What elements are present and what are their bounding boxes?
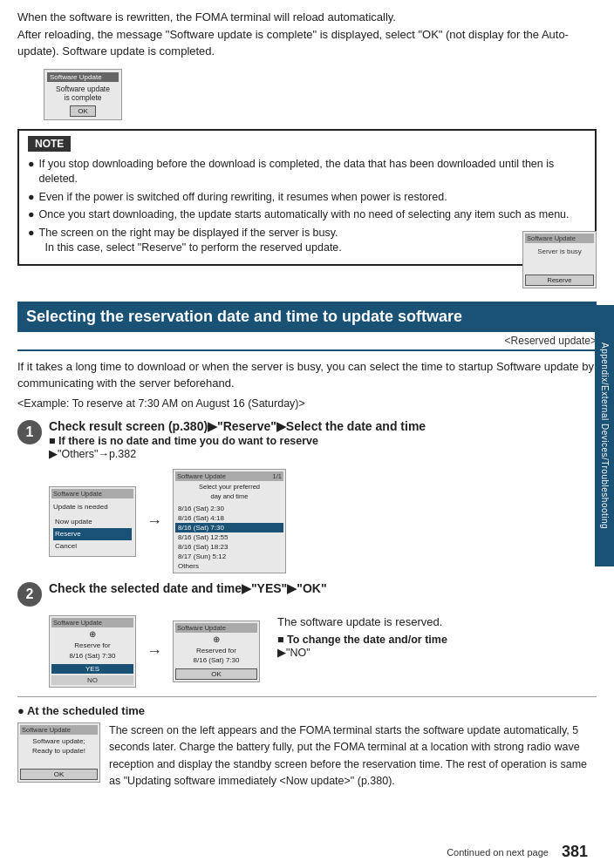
scheduled-section: ● At the scheduled time Software Update … xyxy=(17,696,597,790)
reserve-confirm-title: Software Update xyxy=(51,618,133,627)
server-busy-body: Server is busy xyxy=(525,246,594,257)
step-1-circle: 1 xyxy=(17,420,42,444)
yes-no-btns: YES NO xyxy=(51,664,133,685)
menu-reserve[interactable]: Reserve xyxy=(53,528,132,540)
menu-cancel[interactable]: Cancel xyxy=(53,540,132,553)
top-para2: After reloading, the message "Software u… xyxy=(17,26,597,60)
section-heading: Selecting the reservation date and time … xyxy=(17,302,597,332)
note-text-2: Even if the power is switched off during… xyxy=(39,190,447,206)
date-select-box: Software Update 1/1 Select your preferre… xyxy=(173,469,286,573)
date-option-2[interactable]: 8/16 (Sat) 7:30 xyxy=(175,523,283,532)
step-1-title: Check result screen (p.380)▶"Reserve"▶Se… xyxy=(49,418,597,436)
wifi-icon-reserved: ⊕ xyxy=(175,634,257,644)
date-option-1[interactable]: 8/16 (Sat) 4:18 xyxy=(175,513,283,523)
note-item-2: ● Even if the power is switched off duri… xyxy=(28,190,586,206)
server-busy-title: Software Update xyxy=(525,234,594,243)
update-needed-box: Software Update Update is needed Now upd… xyxy=(49,486,136,557)
update-menu: Now update Reserve Cancel xyxy=(53,516,132,553)
sw-ready-title: Software Update xyxy=(20,725,98,735)
update-is-needed-text: Update is needed xyxy=(53,502,132,512)
step-1-content: Check result screen (p.380)▶"Reserve"▶Se… xyxy=(49,418,597,461)
note-text-4: The screen on the right may be displayed… xyxy=(39,226,342,256)
no-btn[interactable]: NO xyxy=(51,675,133,685)
step-2-circle: 2 xyxy=(17,582,42,607)
step-2-title: Check the selected date and time▶"YES"▶"… xyxy=(49,580,597,598)
date-option-0[interactable]: 8/16 (Sat) 2:30 xyxy=(175,504,283,513)
reserved-box: Software Update ⊕ Reserved for8/16 (Sat)… xyxy=(173,620,260,682)
reservation-result-text: The software update is reserved. xyxy=(277,615,597,628)
sidebar-label-text: Appendix/External Devices/Troubleshootin… xyxy=(600,342,610,529)
note-header: NOTE xyxy=(28,136,71,152)
top-para1: When the software is rewritten, the FOMA… xyxy=(17,9,597,26)
server-busy-reserve-btn[interactable]: Reserve xyxy=(525,275,594,286)
yes-btn[interactable]: YES xyxy=(51,664,133,674)
date-select-page: 1/1 xyxy=(273,472,282,480)
change-date-bold: ■ To change the date and/or time xyxy=(277,634,597,646)
reserved-content: Reserved for8/16 (Sat) 7:30 xyxy=(175,646,257,665)
step-1-sub-bold: ■ If there is no date and time you do wa… xyxy=(49,435,597,447)
date-select-title: Software Update 1/1 xyxy=(175,471,283,481)
step-1-sub-arrow: ▶"Others"→p.382 xyxy=(49,447,597,460)
example-text: <Example: To reserve at 7:30 AM on Augus… xyxy=(17,397,597,410)
sw-ready-ok-btn[interactable]: OK xyxy=(20,769,98,780)
page-number: 381 xyxy=(562,843,588,861)
date-option-5[interactable]: 8/17 (Sun) 5:12 xyxy=(175,552,283,561)
note-text-3: Once you start downloading, the update s… xyxy=(39,207,570,223)
step-2-content: Check the selected date and time▶"YES"▶"… xyxy=(49,580,597,598)
top-paragraph: When the software is rewritten, the FOMA… xyxy=(17,9,597,60)
section-subheading: <Reserved update> xyxy=(17,335,597,351)
scheduled-desc: The screen on the left appears and the F… xyxy=(109,722,597,790)
sidebar-label: Appendix/External Devices/Troubleshootin… xyxy=(595,305,614,566)
step-2-screens: Software Update ⊕ Reserve for8/16 (Sat) … xyxy=(49,615,260,687)
scheduled-header: ● At the scheduled time xyxy=(17,704,597,717)
note-bullet-3: ● xyxy=(28,207,35,223)
note-item-1: ● If you stop downloading before the dow… xyxy=(28,157,586,187)
intro-text: If it takes a long time to download or w… xyxy=(17,358,597,392)
server-busy-box: Software Update Server is busy Reserve xyxy=(522,231,597,288)
note-bullet-2: ● xyxy=(28,190,35,206)
update-needed-body: Update is needed Now update Reserve Canc… xyxy=(51,500,133,554)
update-needed-title: Software Update xyxy=(51,489,133,498)
sw-ready-box: Software Update Software update;Ready to… xyxy=(17,722,100,783)
reserve-confirm-content: Reserve for8/16 (Sat) 7:30 xyxy=(51,641,133,660)
date-select-header: Select your preferredday and time xyxy=(175,483,283,501)
note-item-3: ● Once you start downloading, the update… xyxy=(28,207,586,223)
wifi-icon-confirm: ⊕ xyxy=(51,629,133,639)
arrow-between-screens-2: → xyxy=(147,642,162,661)
step-1-screens: Software Update Update is needed Now upd… xyxy=(49,469,597,573)
date-option-6[interactable]: Others xyxy=(175,561,283,571)
sw-update-title: Software Update xyxy=(47,72,119,82)
step-2-right-text: The software update is reserved. ■ To ch… xyxy=(269,615,597,659)
page-footer: Continued on next page 381 xyxy=(447,843,588,861)
menu-now-update[interactable]: Now update xyxy=(53,516,132,528)
section-heading-text: Selecting the reservation date and time … xyxy=(26,308,462,325)
step-2: 2 Check the selected date and time▶"YES"… xyxy=(17,580,597,607)
arrow-between-screens-1: → xyxy=(147,512,162,531)
note-bullet-4: ● xyxy=(28,226,35,241)
reserved-ok-btn[interactable]: OK xyxy=(175,668,257,680)
sw-update-ok-btn[interactable]: OK xyxy=(70,105,96,117)
date-option-3[interactable]: 8/16 (Sat) 12:55 xyxy=(175,532,283,542)
step-2-screens-area: Software Update ⊕ Reserve for8/16 (Sat) … xyxy=(49,615,597,687)
step-1: 1 Check result screen (p.380)▶"Reserve"▶… xyxy=(17,418,597,461)
sw-update-content: Software updateis complete xyxy=(47,85,119,102)
date-option-4[interactable]: 8/16 (Sat) 18:23 xyxy=(175,542,283,552)
scheduled-row: Software Update Software update;Ready to… xyxy=(17,722,597,790)
reserve-confirm-box: Software Update ⊕ Reserve for8/16 (Sat) … xyxy=(49,615,136,687)
change-date-arrow: ▶"NO" xyxy=(277,646,597,659)
note-bullet-1: ● xyxy=(28,157,35,173)
continued-text: Continued on next page xyxy=(447,847,549,858)
sw-update-complete-box: Software Update Software updateis comple… xyxy=(44,69,122,120)
note-text-1: If you stop downloading before the downl… xyxy=(39,157,586,187)
date-select-title-text: Software Update xyxy=(177,472,226,480)
reserved-title: Software Update xyxy=(175,623,257,633)
sw-ready-content: Software update;Ready to update! xyxy=(20,736,98,756)
